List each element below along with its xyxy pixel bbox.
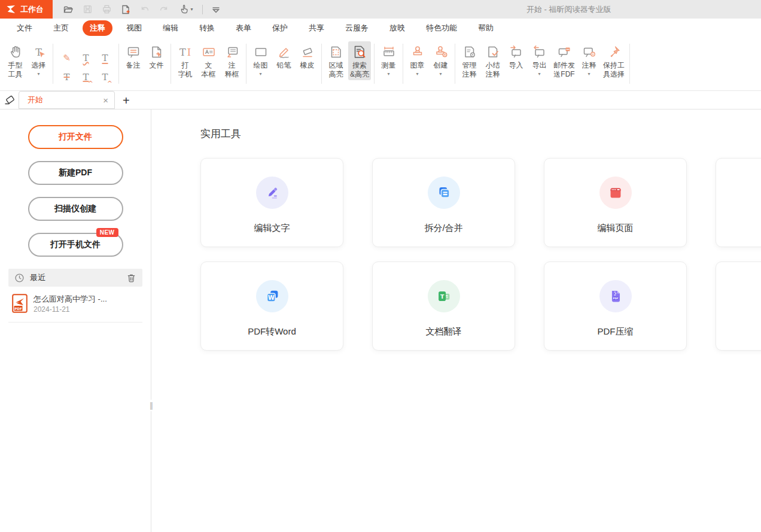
recent-file-name: 怎么面对高中学习 -... (34, 294, 107, 304)
scanner-create-button[interactable]: 扫描仪创建 (28, 197, 123, 221)
keep-tool-selected-button[interactable]: 保持工 具选择 (601, 41, 626, 80)
main-panel: 实用工具 编辑文字 拆分/合并 编辑页面 (151, 110, 761, 532)
email-fdf-icon (556, 43, 572, 61)
create-stamp-button[interactable]: 创建 ▾ (430, 41, 452, 78)
select-tool-label: 选择 (32, 61, 46, 70)
search-highlight-icon (352, 43, 367, 61)
sidebar-splitter-handle[interactable]: ∥ (149, 400, 154, 411)
new-pdf-button[interactable]: 新建PDF (28, 161, 123, 185)
edit-pages-icon (599, 177, 632, 209)
print-icon[interactable] (101, 4, 112, 16)
menu-item-present[interactable]: 放映 (382, 20, 412, 36)
recent-section-header: 最近 (8, 269, 142, 287)
card-pdf-compress[interactable]: PDF PDF压缩 (544, 262, 687, 351)
translate-letter: T (440, 293, 444, 300)
eraser-icon (300, 43, 315, 61)
select-tool-button[interactable]: 选择 ▾ (28, 41, 50, 78)
card-doc-translate[interactable]: T 文档翻译 (372, 262, 515, 351)
search-highlight-button[interactable]: 搜索 &高亮 (348, 41, 371, 80)
stamp-button[interactable]: 图章 ▾ (406, 41, 428, 78)
typewriter-button[interactable]: 打 字机 (174, 41, 196, 80)
open-file-icon[interactable] (62, 4, 74, 16)
text-replace-icon[interactable] (77, 69, 95, 86)
comments-dropdown-icon (582, 43, 597, 61)
menu-item-comment[interactable]: 注释 (83, 20, 112, 36)
summarize-comments-label: 小结 注释 (486, 61, 500, 79)
menu-item-edit[interactable]: 编辑 (156, 20, 185, 36)
open-mobile-file-button[interactable]: 打开手机文件 NEW (28, 233, 123, 257)
text-insert-icon[interactable] (96, 69, 114, 86)
card-edit-pages[interactable]: 编辑页面 (544, 158, 687, 247)
save-icon[interactable] (81, 4, 93, 16)
card-edit-text[interactable]: 编辑文字 (200, 158, 343, 247)
menu-item-protect[interactable]: 保护 (265, 20, 295, 36)
undo-icon[interactable] (139, 4, 151, 16)
new-document-icon[interactable] (120, 4, 132, 16)
comments-dropdown-button[interactable]: 注释 ▾ (578, 41, 600, 78)
ribbon-group-drawing: 绘图 ▾ 铅笔 橡皮 (246, 37, 321, 90)
quick-access-toolbar: ▾ (62, 4, 222, 16)
import-comments-label: 导入 (509, 61, 523, 70)
measure-button[interactable]: 测量 ▾ (378, 41, 400, 78)
email-fdf-button[interactable]: 邮件发 送FDF (552, 41, 577, 80)
pencil-button[interactable]: 铅笔 (273, 41, 295, 71)
menu-item-cloud[interactable]: 云服务 (338, 20, 376, 36)
tab-start[interactable]: 开始 × (19, 91, 115, 109)
customize-toolbar-icon[interactable] (210, 4, 222, 16)
workspace-button[interactable]: 工作台 (0, 0, 53, 19)
stamp-icon (410, 43, 425, 61)
recent-file-date: 2024-11-21 (34, 305, 107, 314)
note-button[interactable]: 备注 (122, 41, 144, 71)
hand-tool-button[interactable]: 手型 工具 (4, 41, 26, 80)
drawing-caret-icon: ▾ (259, 71, 261, 77)
eraser-button[interactable]: 橡皮 (296, 41, 318, 71)
manage-comments-icon (462, 43, 477, 61)
textbox-label: 文 本框 (202, 61, 216, 79)
tab-close-icon[interactable]: × (103, 96, 108, 105)
menu-item-convert[interactable]: 转换 (192, 20, 222, 36)
card-split-merge[interactable]: 拆分/合并 (372, 158, 515, 247)
ribbon-separator (629, 44, 630, 84)
menu-item-file[interactable]: 文件 (10, 20, 39, 36)
drawing-label: 绘图 (254, 61, 268, 70)
comments-caret-icon: ▾ (588, 71, 590, 77)
menu-item-features[interactable]: 特色功能 (419, 20, 464, 36)
note-label: 备注 (126, 61, 141, 70)
text-highlight-icon[interactable] (58, 50, 75, 66)
manage-comments-button[interactable]: 管理 注释 (458, 41, 480, 80)
ribbon-group-text-markup (53, 37, 118, 90)
area-highlight-button[interactable]: 区域 高亮 (325, 41, 347, 80)
workspace-label: 工作台 (20, 4, 44, 15)
menu-item-form[interactable]: 表单 (229, 20, 258, 36)
document-tab-bar: 开始 × + (0, 91, 761, 110)
recent-file-item[interactable]: PDF 怎么面对高中学习 -... 2024-11-21 (12, 294, 147, 314)
card-partial-row1[interactable] (716, 158, 761, 247)
clock-icon (14, 273, 25, 283)
new-tab-button[interactable]: + (123, 94, 130, 107)
word-letter: W (267, 294, 274, 301)
summarize-comments-button[interactable]: 小结 注释 (482, 41, 504, 80)
import-comments-button[interactable]: 导入 (505, 41, 527, 71)
redo-icon[interactable] (158, 4, 170, 16)
text-strikeout-icon[interactable] (58, 69, 75, 86)
whiteboard-eraser-icon[interactable] (3, 93, 16, 106)
menu-item-home[interactable]: 主页 (46, 20, 76, 36)
ribbon-group-measure: 测量 ▾ (375, 37, 403, 90)
menu-item-help[interactable]: 帮助 (471, 20, 501, 36)
pencil-label: 铅笔 (277, 61, 291, 70)
text-underline-icon[interactable] (96, 50, 114, 66)
drawing-button[interactable]: 绘图 ▾ (249, 41, 272, 78)
card-pdf-to-word[interactable]: W PDF转Word (200, 262, 343, 351)
hand-pointer-tool-icon[interactable]: ▾ (177, 4, 195, 16)
textbox-button[interactable]: 文 本框 (197, 41, 220, 80)
open-file-button[interactable]: 打开文件 (28, 125, 123, 149)
text-squiggly-underline-icon[interactable] (77, 50, 95, 66)
menu-item-share[interactable]: 共享 (302, 20, 331, 36)
callout-button[interactable]: 注 释框 (221, 41, 243, 80)
export-comments-button[interactable]: 导出 ▾ (528, 41, 550, 78)
menu-item-view[interactable]: 视图 (119, 20, 149, 36)
file-attachment-button[interactable]: 文件 (145, 41, 168, 71)
card-partial-row2[interactable] (716, 262, 761, 351)
create-stamp-caret-icon: ▾ (440, 71, 442, 77)
clear-recent-trash-icon[interactable] (126, 273, 136, 283)
